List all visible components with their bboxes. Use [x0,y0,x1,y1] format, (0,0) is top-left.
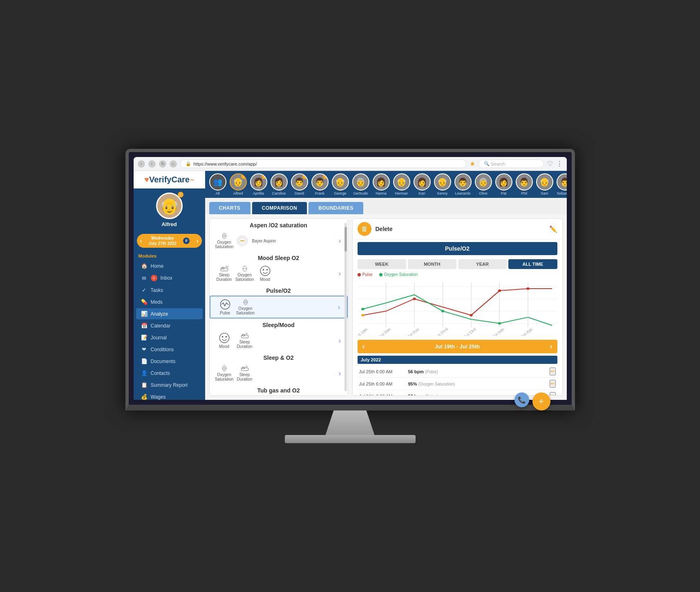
back-btn[interactable]: ‹ [138,160,145,168]
patient-avatar-sam[interactable]: 👴 [536,173,553,191]
next-range-btn[interactable]: › [550,342,552,351]
fab-add-btn[interactable]: + [532,392,550,400]
patient-avatar-pat[interactable]: 👩 [495,173,512,191]
nav-conditions[interactable]: ❤ Conditions [136,344,203,355]
comp-row-tub[interactable]: Oxygen Saturation [210,395,348,396]
reload-btn[interactable]: ↻ [159,160,166,168]
nav-contacts[interactable]: 👤 Contacts [136,368,203,379]
extension-icon[interactable]: ♡ [547,160,553,168]
time-tab-year[interactable]: YEAR [458,259,507,269]
patient-avatar-phil[interactable]: 👨 [516,173,533,191]
patient-alert-frank: ! [323,173,329,179]
delete-icon-btn[interactable]: 🗑 [358,222,371,236]
home-btn[interactable]: ⌂ [170,160,177,168]
patient-avatar-caroline[interactable]: 👩 [271,173,288,191]
sleep-duration-icon1: Zzz Sleep Duration [216,265,233,282]
date-navigator: ‹ Wednesday July 27th 2022 F › [137,234,202,248]
data-row-edit-1[interactable]: ✏ [550,368,556,375]
nav-home[interactable]: 🏠 Home [136,260,203,271]
tab-boundaries[interactable]: BOUNDARIES [309,202,363,214]
nav-documents[interactable]: 📄 Documents [136,356,203,367]
nav-journal[interactable]: 📝 Journal [136,332,203,343]
patient-item-george[interactable]: 👴 George [332,173,349,195]
mood-sleep-row-arrow[interactable]: › [339,269,341,278]
patient-avatar-herman[interactable]: 👴 [393,173,410,191]
patient-item-david[interactable]: 👨 ! David [291,173,308,195]
nav-meds[interactable]: 💊 Meds [136,296,203,307]
patient-avatar-hanna[interactable]: 👩 [373,173,390,191]
patient-item-leanardo[interactable]: 👨 Leanardo [454,173,472,195]
patient-item-olive[interactable]: 👵 Olive [475,173,492,195]
svg-point-10 [262,269,264,271]
patient-avatar-david[interactable]: 👨 ! [291,173,308,191]
patient-avatar-gertrude[interactable]: 👵 [352,173,369,191]
time-tab-week[interactable]: WEEK [358,259,406,269]
mood-icon2: Mood [216,332,233,349]
prev-date-btn[interactable]: ‹ [140,238,142,244]
menu-icon[interactable]: ⋮ [556,160,563,168]
time-tab-alltime[interactable]: ALL TIME [508,259,557,269]
patient-avatar-alfred[interactable]: 👴 ! [230,173,247,191]
avatar-section: 👴 ! Alfred [134,188,205,231]
comp-row-sleep-o2[interactable]: Oxygen Saturation Zz Sleep Durat [210,363,348,384]
patient-avatar-frank[interactable]: 👨 ! [311,173,329,191]
nav-summary-label: Summary Report [151,382,188,388]
fab-phone-btn[interactable]: 📞 [514,392,529,400]
modules-label: Modules [134,250,205,260]
patient-item-pat[interactable]: 👩 Pat [495,173,512,195]
browser-search[interactable]: 🔍 Search [479,159,544,168]
forward-btn[interactable]: › [148,160,156,168]
tab-comparison[interactable]: COMPARISON [252,202,307,214]
aspen-row-arrow[interactable]: › [339,237,341,245]
next-date-btn[interactable]: › [197,238,199,244]
pulse-row-arrow[interactable]: › [338,303,340,312]
nav-analyze[interactable]: 📊 Analyze [136,308,203,319]
patient-avatar-all[interactable]: 👥 [209,173,226,191]
nav-tasks[interactable]: ✓ Tasks [136,285,203,296]
patient-avatar-sebastian[interactable]: 👨 [557,173,567,191]
edit-pencil-btn[interactable]: ✏️ [549,225,557,233]
sleep-mood-row-arrow[interactable]: › [339,336,341,345]
patient-item-caroline[interactable]: 👩 Caroline [271,173,288,195]
tab-charts[interactable]: CHARTS [209,202,250,214]
patient-item-alfred[interactable]: 👴 ! Alfred [230,173,247,195]
patient-item-frank[interactable]: 👨 ! Frank [311,173,329,195]
data-row-edit-2[interactable]: ✏ [550,380,556,388]
patient-item-gertrude[interactable]: 👵 Gertrude [352,173,369,195]
patient-item-sam[interactable]: 👴 Sam [536,173,553,195]
chart-svg: Jul 19th Jul 20th Jul 21st Jul 22nd Jul … [358,278,557,336]
patient-avatar-aprillia[interactable]: 👩 ! [250,173,267,191]
legend-pulse: Pulse [358,272,373,277]
bookmark-icon[interactable]: ★ [470,160,475,168]
patient-item-kari[interactable]: 👩 Kari [414,173,431,195]
comp-row-sleep-mood[interactable]: Mood Zz Sleep Duration [210,330,348,351]
patient-item-herman[interactable]: 👴 Herman [393,173,410,195]
comp-section-tub: Tub gas and O2 [210,384,348,396]
comp-row-mood-sleep[interactable]: Zzz Sleep Duration [210,263,348,284]
comp-row-aspen[interactable]: Oxygen Saturation Bayer Aspirin › [210,230,348,251]
patient-avatar-leanardo[interactable]: 👨 [454,173,472,191]
nav-inbox[interactable]: ✉ 0 Inbox [136,272,203,284]
nav-inbox-label: Inbox [161,275,172,281]
nav-summary[interactable]: 📋 Summary Report [136,379,203,390]
sleep-o2-row-arrow[interactable]: › [339,369,341,378]
patient-avatar-olive[interactable]: 👵 [475,173,492,191]
patient-item-hanna[interactable]: 👩 Hanna [373,173,390,195]
patient-item-aprillia[interactable]: 👩 ! Aprillia [250,173,267,195]
patient-item-sebastian[interactable]: 👨 Sebastian [557,173,567,195]
svg-text:Jul 23rd: Jul 23rd [463,327,477,336]
nav-calendar[interactable]: 📅 Calendar [136,320,203,331]
prev-range-btn[interactable]: ‹ [362,342,365,351]
patient-avatar-kenny[interactable]: 👴 [434,173,451,191]
time-tab-month[interactable]: MONTH [408,259,456,269]
patient-avatar-kari[interactable]: 👩 [414,173,431,191]
patient-item-all[interactable]: 👥 All [209,173,226,195]
data-row-edit-3[interactable]: ✏ [550,392,556,395]
patient-avatar-george[interactable]: 👴 [332,173,349,191]
url-bar[interactable]: 🔒 https://www.verifycare.com/app/ [180,159,466,168]
patient-item-phil[interactable]: 👨 Phil [516,173,533,195]
nav-wages[interactable]: 💰 Wages [136,391,203,400]
nav-home-label: Home [151,263,164,269]
patient-item-kenny[interactable]: 👴 Kenny [434,173,451,195]
comp-row-pulse[interactable]: Pulse Ox [210,296,348,318]
